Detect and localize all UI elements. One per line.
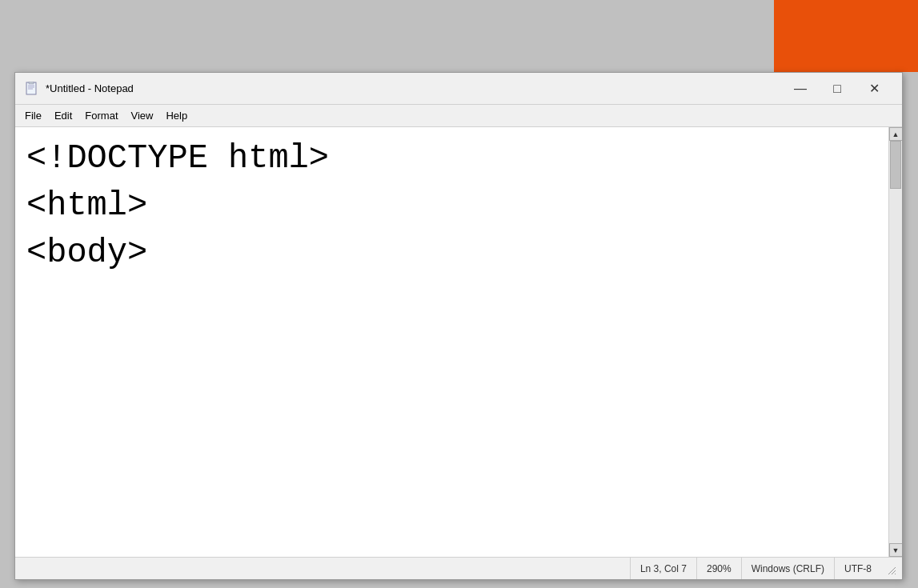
status-zoom: 290%: [696, 558, 741, 579]
scroll-up-button[interactable]: ▲: [889, 127, 903, 141]
editor-content[interactable]: <!DOCTYPE html> <html> <body>: [15, 127, 888, 557]
scrollbar-vertical[interactable]: ▲ ▼: [888, 127, 902, 557]
resize-icon: [884, 563, 896, 574]
editor-area: <!DOCTYPE html> <html> <body> ▲ ▼: [15, 127, 902, 557]
title-bar: *Untitled - Notepad — □ ✕: [15, 73, 902, 105]
menu-file[interactable]: File: [18, 108, 48, 123]
minimize-button[interactable]: —: [782, 77, 819, 101]
close-button[interactable]: ✕: [856, 77, 892, 101]
svg-rect-5: [29, 82, 34, 84]
desktop: *Untitled - Notepad — □ ✕ File Edit Form…: [0, 0, 918, 588]
scrollbar-thumb[interactable]: [890, 141, 901, 189]
title-bar-controls: — □ ✕: [782, 77, 892, 101]
menu-edit[interactable]: Edit: [48, 108, 78, 123]
status-line-ending: Windows (CRLF): [741, 558, 834, 579]
menu-format[interactable]: Format: [78, 108, 124, 123]
scrollbar-track[interactable]: [889, 141, 902, 543]
status-encoding: UTF-8: [834, 558, 881, 579]
maximize-button[interactable]: □: [819, 77, 856, 101]
scroll-down-button[interactable]: ▼: [889, 543, 903, 557]
title-bar-left: *Untitled - Notepad: [25, 82, 134, 96]
menu-help[interactable]: Help: [159, 108, 194, 123]
svg-line-8: [895, 574, 896, 574]
editor-text: <!DOCTYPE html> <html> <body>: [26, 135, 877, 276]
notepad-window: *Untitled - Notepad — □ ✕ File Edit Form…: [14, 72, 903, 580]
menu-bar: File Edit Format View Help: [15, 105, 902, 127]
menu-view[interactable]: View: [125, 108, 160, 123]
svg-line-6: [888, 567, 896, 574]
orange-decoration: [774, 0, 918, 72]
status-bar: Ln 3, Col 7 290% Windows (CRLF) UTF-8: [15, 557, 902, 579]
status-position: Ln 3, Col 7: [630, 558, 696, 579]
notepad-icon: [25, 82, 39, 96]
window-title: *Untitled - Notepad: [46, 82, 134, 94]
